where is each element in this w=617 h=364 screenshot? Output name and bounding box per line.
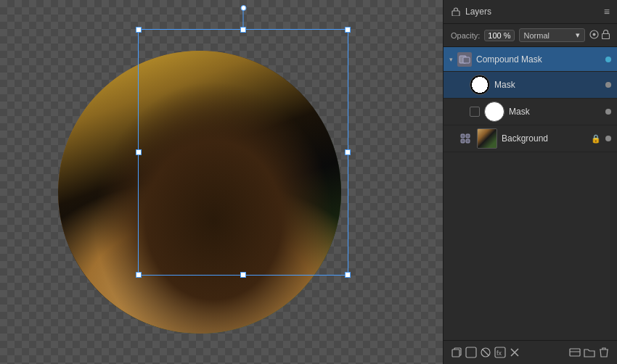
handle-bottom-right[interactable]	[345, 272, 351, 278]
blend-mode-label: Normal	[524, 31, 549, 40]
svg-point-2	[593, 33, 596, 36]
layers-menu-icon[interactable]: ≡	[604, 6, 610, 17]
mask-circle-icon[interactable]	[464, 345, 478, 360]
background-lock-icon: 🔒	[591, 134, 601, 144]
fx-icon[interactable]: fx	[493, 345, 507, 360]
layer-mask-2[interactable]: Mask	[444, 99, 617, 125]
svg-rect-8	[461, 139, 465, 143]
compound-expand-icon[interactable]: ▾	[449, 56, 453, 63]
mask-2-label: Mask	[509, 107, 601, 117]
layers-panel: Layers ≡ Opacity: 100 % Normal ▾	[443, 0, 617, 364]
mask-2-thumb	[484, 102, 504, 122]
compound-mask-dot	[605, 57, 611, 62]
layer-mask-1[interactable]: Mask	[444, 72, 617, 99]
opacity-value[interactable]: 100 %	[484, 30, 514, 41]
blend-settings-icon[interactable]	[589, 30, 599, 41]
handle-mid-right[interactable]	[345, 149, 351, 155]
svg-text:fx: fx	[497, 349, 502, 357]
layers-header: Layers ≡	[444, 0, 617, 24]
blend-icons	[589, 30, 610, 41]
group-icon[interactable]	[568, 345, 582, 360]
svg-rect-6	[461, 134, 465, 138]
mask-slash-icon[interactable]	[478, 345, 493, 360]
top-anchor	[243, 8, 244, 30]
layer-compound-mask[interactable]: ▾ Compound Mask	[444, 47, 617, 72]
svg-rect-0	[452, 11, 459, 16]
layers-toolbar: fx	[444, 340, 617, 364]
svg-rect-11	[466, 347, 476, 357]
compound-mask-icon	[457, 52, 472, 67]
portrait-image	[58, 51, 341, 334]
svg-rect-5	[463, 57, 470, 63]
canvas-area[interactable]	[0, 0, 443, 364]
handle-top-mid[interactable]	[240, 27, 246, 33]
compound-mask-label: Compound Mask	[476, 54, 601, 65]
mask-2-dot	[605, 109, 611, 115]
portrait-container	[44, 22, 392, 348]
background-thumb	[477, 128, 497, 149]
layers-title: Layers	[465, 7, 600, 17]
portrait-circle	[58, 51, 341, 334]
blend-mode-select[interactable]: Normal ▾	[519, 28, 585, 42]
anchor-dot-top[interactable]	[240, 5, 246, 11]
blend-row: Opacity: 100 % Normal ▾	[444, 24, 617, 47]
layers-lock-icon	[451, 7, 461, 17]
svg-rect-9	[466, 139, 470, 143]
handle-top-right[interactable]	[345, 27, 351, 33]
opacity-label: Opacity:	[451, 31, 480, 40]
svg-rect-3	[602, 33, 610, 38]
background-label: Background	[502, 133, 587, 144]
close-x-icon[interactable]	[507, 345, 522, 360]
mask-1-thumb	[470, 75, 490, 95]
layers-list[interactable]: ▾ Compound Mask Mask Mask	[444, 47, 617, 340]
mask-2-visibility[interactable]	[470, 107, 480, 117]
background-dot	[605, 136, 611, 141]
mask-1-dot	[605, 82, 611, 88]
handle-top-left[interactable]	[136, 27, 142, 33]
svg-rect-15	[570, 349, 580, 356]
svg-rect-10	[452, 349, 459, 357]
layer-background[interactable]: Background 🔒	[444, 125, 617, 152]
blend-chevron: ▾	[576, 30, 580, 40]
folder-icon[interactable]	[582, 345, 597, 360]
copy-layer-icon[interactable]	[449, 345, 464, 360]
svg-rect-7	[466, 134, 470, 138]
mask-1-label: Mask	[494, 80, 601, 90]
delete-icon[interactable]	[597, 345, 611, 360]
blend-lock-icon[interactable]	[602, 30, 610, 41]
